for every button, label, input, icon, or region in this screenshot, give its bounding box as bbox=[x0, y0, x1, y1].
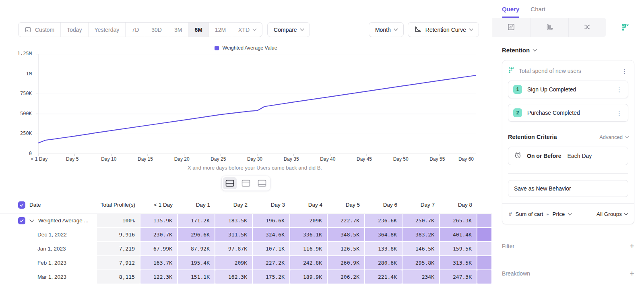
timing-selector[interactable]: On or Before Each Day bbox=[508, 147, 628, 165]
x-tick-label: Day 50 bbox=[393, 156, 409, 162]
granularity-dropdown[interactable]: Month bbox=[369, 22, 404, 37]
retention-value-cell: 242.8K bbox=[290, 256, 327, 270]
retention-value: 126.5K bbox=[328, 242, 364, 255]
toggle-split-view[interactable] bbox=[223, 177, 237, 189]
tab-query[interactable]: Query bbox=[502, 0, 519, 18]
range-7d[interactable]: 7D bbox=[125, 23, 145, 37]
retention-value: 247.3K bbox=[440, 270, 477, 284]
retention-value-cell: 195.4K bbox=[178, 256, 215, 270]
report-type-funnels[interactable] bbox=[530, 18, 569, 37]
column-header-day-7: Day 7 bbox=[402, 197, 440, 213]
retention-value: 67.99K bbox=[140, 242, 177, 255]
x-tick-label: Day 20 bbox=[174, 156, 190, 162]
retention-value-cell: 209K bbox=[215, 256, 252, 270]
retention-value-cell: 146.5K bbox=[402, 242, 440, 256]
retention-value-cell: 126.5K bbox=[327, 242, 365, 256]
total-profiles-value: 7,219 bbox=[97, 242, 140, 255]
select-all-checkbox[interactable] bbox=[18, 201, 25, 209]
report-type-retention[interactable] bbox=[606, 18, 644, 37]
date-range-selector: CustomTodayYesterday7D30D3M6M12MXTD bbox=[18, 22, 262, 37]
retention-value-cell: 324.6K bbox=[252, 228, 290, 242]
chart-caption: X and more days before your Users came b… bbox=[36, 165, 474, 171]
retention-value-cell: 311.5K bbox=[215, 228, 252, 242]
range-30d[interactable]: 30D bbox=[145, 23, 168, 37]
compare-button[interactable]: Compare bbox=[267, 22, 310, 37]
x-tick-label: Day 30 bbox=[247, 156, 262, 162]
x-tick-label: Day 5 bbox=[66, 156, 78, 162]
column-header-day-8: Day 8 bbox=[440, 197, 477, 213]
total-profiles-value: 9,916 bbox=[97, 228, 140, 241]
report-type-flows[interactable] bbox=[569, 18, 607, 37]
retention-value: 311.5K bbox=[215, 228, 252, 241]
alarm-clock-icon bbox=[514, 151, 522, 160]
range-xtd[interactable]: XTD bbox=[232, 23, 262, 37]
range-12m[interactable]: 12M bbox=[208, 23, 232, 37]
tab-chart[interactable]: Chart bbox=[530, 0, 545, 18]
retention-value: 222.7K bbox=[328, 214, 364, 227]
chevron-down-icon[interactable] bbox=[29, 218, 34, 222]
x-tick-label: Day 45 bbox=[357, 156, 372, 162]
range-label: 30D bbox=[151, 27, 162, 33]
kebab-menu-icon[interactable]: ⋮ bbox=[615, 87, 623, 93]
retention-criteria-row: Retention Criteria Advanced bbox=[508, 134, 628, 140]
behavior-step-sign-up-completed[interactable]: 1Sign Up Completed⋮ bbox=[508, 81, 628, 98]
column-header-day-5: Day 5 bbox=[327, 197, 365, 213]
toggle-chart-view[interactable] bbox=[239, 177, 253, 189]
retention-value-cell: 189.9K bbox=[290, 270, 327, 284]
report-main-area: CustomTodayYesterday7D30D3M6M12MXTD Comp… bbox=[0, 0, 492, 288]
retention-curve-chart: 0250K500K750K1M1.25M bbox=[13, 54, 492, 156]
measure-event-label[interactable]: Sum of cart bbox=[516, 211, 543, 217]
retention-value: 206.2K bbox=[328, 270, 364, 284]
section-header-retention[interactable]: Retention bbox=[502, 47, 634, 54]
range-6m[interactable]: 6M bbox=[188, 23, 208, 37]
row-checkbox[interactable] bbox=[18, 217, 25, 224]
save-as-new-behavior-button[interactable]: Save as New Behavior bbox=[508, 180, 628, 197]
y-tick-label: 0 bbox=[29, 151, 32, 156]
range-yesterday[interactable]: Yesterday bbox=[88, 23, 126, 37]
y-tick-label: 250K bbox=[20, 131, 32, 136]
table-cell-day9-partial bbox=[477, 242, 492, 256]
report-type-insights[interactable] bbox=[492, 18, 530, 37]
criteria-mode-dropdown[interactable]: Advanced bbox=[599, 134, 628, 140]
group-selector-dropdown[interactable]: All Groups bbox=[597, 211, 627, 217]
range-custom[interactable]: Custom bbox=[19, 23, 60, 37]
table-cell-day9-partial bbox=[477, 256, 492, 270]
range-3m[interactable]: 3M bbox=[168, 23, 188, 37]
breakdown-label: Breakdown bbox=[502, 270, 530, 277]
y-tick-label: 1M bbox=[26, 71, 32, 77]
table-row: Weighted Average ...100%135.9K171.2K183.… bbox=[0, 213, 492, 228]
row-label-cell: Dec 1, 2022 bbox=[0, 228, 97, 242]
column-header-label: Day 5 bbox=[346, 202, 360, 208]
retention-curve-icon bbox=[414, 25, 422, 34]
measure-property-label[interactable]: Price bbox=[553, 211, 565, 217]
kebab-menu-icon[interactable]: ⋮ bbox=[621, 68, 628, 74]
add-filter-button[interactable]: + bbox=[630, 242, 634, 250]
x-tick-label: Day 40 bbox=[320, 156, 335, 162]
check-icon bbox=[19, 218, 24, 223]
sidebar-tabs: Query Chart bbox=[492, 0, 644, 18]
y-tick-label: 500K bbox=[20, 111, 32, 116]
behavior-step-purchase-completed[interactable]: 2Purchase Completed⋮ bbox=[508, 104, 628, 122]
retention-value-cell: 348.5K bbox=[327, 228, 365, 242]
day9-partial-fill bbox=[477, 228, 491, 241]
retention-value-cell: 206.2K bbox=[327, 270, 365, 284]
breakdown-section: Breakdown + bbox=[502, 269, 634, 278]
kebab-menu-icon[interactable]: ⋮ bbox=[615, 110, 623, 116]
legend-swatch bbox=[215, 46, 219, 50]
column-header-label: Day 1 bbox=[196, 202, 210, 208]
retention-value: 122.3K bbox=[140, 270, 177, 284]
x-tick-label: Day 55 bbox=[429, 156, 445, 162]
toggle-table-view[interactable] bbox=[255, 177, 269, 189]
column-header-1-day: < 1 Day bbox=[140, 197, 178, 213]
row-date-label: Feb 1, 2023 bbox=[37, 260, 66, 266]
add-breakdown-button[interactable]: + bbox=[630, 269, 634, 278]
total-profiles-cell: 100% bbox=[97, 213, 140, 228]
range-today[interactable]: Today bbox=[60, 23, 88, 37]
retention-value-cell: 209K bbox=[290, 213, 327, 228]
retention-value-cell: 236.6K bbox=[365, 213, 402, 228]
retention-value: 116.9K bbox=[290, 242, 327, 255]
retention-value: 234K bbox=[402, 270, 439, 284]
retention-value-cell: 295.8K bbox=[402, 256, 440, 270]
chart-type-dropdown[interactable]: Retention Curve bbox=[408, 22, 479, 37]
calendar-icon bbox=[25, 26, 31, 33]
